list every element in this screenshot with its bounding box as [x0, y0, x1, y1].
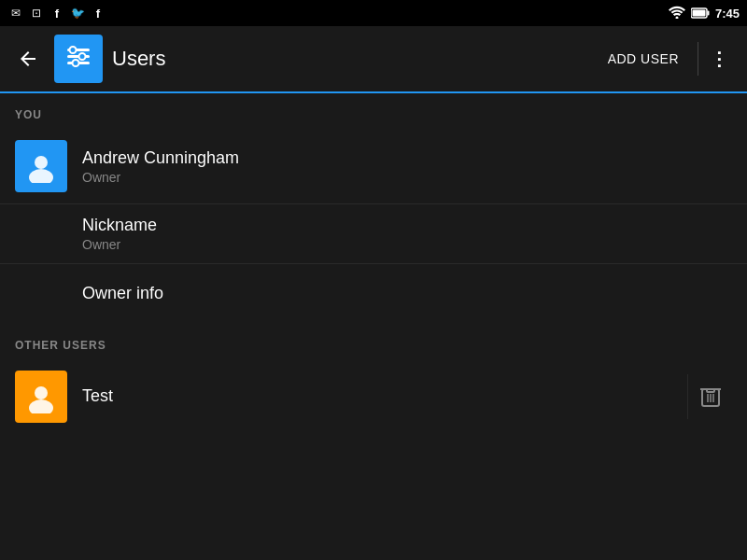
svg-point-10	[35, 156, 48, 169]
svg-point-7	[70, 47, 77, 53]
svg-point-12	[35, 386, 48, 399]
section-header-you: YOU	[0, 93, 747, 129]
add-user-button[interactable]: ADD USER	[593, 44, 694, 74]
facebook2-icon: f	[90, 5, 106, 21]
svg-rect-3	[692, 10, 705, 17]
list-item-test[interactable]: Test	[0, 359, 747, 434]
item-text-test: Test	[82, 386, 687, 408]
item-name-nickname: Nickname	[82, 216, 732, 235]
email-icon: ✉	[7, 5, 24, 21]
status-icons: ✉ ⊡ f 🐦 f	[7, 5, 106, 21]
page-title: Users	[112, 47, 593, 71]
svg-point-0	[675, 16, 678, 19]
section-you: YOU Andrew Cunningham Owner Nickname Own…	[0, 93, 747, 324]
svg-point-11	[29, 169, 53, 183]
svg-rect-2	[707, 11, 709, 16]
settings-icon-box	[54, 35, 103, 83]
back-button[interactable]	[11, 42, 45, 76]
app-bar: Users ADD USER ⋮	[0, 26, 747, 93]
item-subtitle-nickname: Owner	[82, 237, 732, 252]
status-right: 7:45	[669, 6, 740, 21]
avatar-test	[15, 371, 67, 423]
toolbar-divider	[698, 42, 698, 76]
list-item-nickname[interactable]: Nickname Owner	[0, 204, 747, 264]
overflow-menu-button[interactable]: ⋮	[702, 42, 736, 76]
list-item-andrew[interactable]: Andrew Cunningham Owner	[0, 129, 747, 204]
delete-test-button[interactable]	[687, 374, 732, 419]
content-area: YOU Andrew Cunningham Owner Nickname Own…	[0, 93, 747, 560]
image-icon: ⊡	[28, 5, 45, 21]
status-bar: ✉ ⊡ f 🐦 f 7:45	[0, 0, 747, 26]
item-text-owner-info: Owner info	[82, 284, 732, 305]
battery-icon	[691, 7, 710, 19]
section-other-users: OTHER USERS Test	[0, 324, 747, 434]
status-time: 7:45	[715, 7, 740, 21]
wifi-icon	[669, 6, 685, 21]
avatar-andrew	[15, 140, 67, 192]
settings-sliders-icon	[63, 41, 93, 77]
twitter-icon: 🐦	[69, 5, 86, 21]
item-name-andrew: Andrew Cunningham	[82, 148, 732, 168]
section-header-other-users: OTHER USERS	[0, 324, 747, 359]
item-name-test: Test	[82, 386, 687, 406]
svg-point-8	[79, 53, 86, 60]
svg-point-13	[29, 399, 53, 413]
facebook-icon: f	[49, 5, 65, 21]
item-name-owner-info: Owner info	[82, 284, 732, 303]
item-text-andrew: Andrew Cunningham Owner	[82, 148, 732, 185]
list-item-owner-info[interactable]: Owner info	[0, 264, 747, 324]
item-text-nickname: Nickname Owner	[82, 216, 732, 252]
svg-point-9	[73, 60, 79, 66]
item-subtitle-andrew: Owner	[82, 170, 732, 185]
